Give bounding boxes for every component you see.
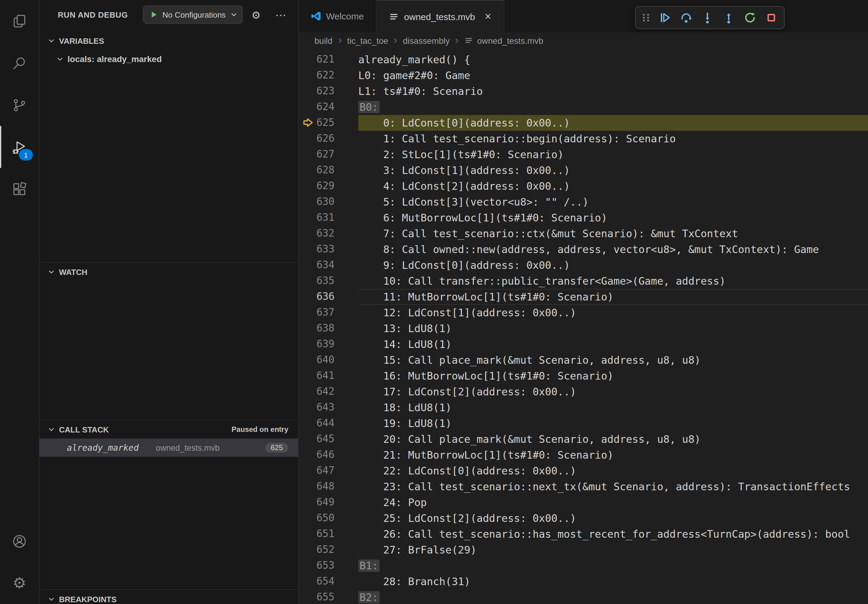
step-over-button[interactable] (676, 9, 696, 27)
code-line-630[interactable]: 630 5: LdConst[3](vector<u8>: "" /..) (299, 194, 868, 210)
section-header-variables[interactable]: VARIABLES (40, 32, 298, 50)
section-header-call-stack[interactable]: CALL STACK Paused on entry (40, 420, 298, 438)
activity-item-explorer[interactable] (0, 0, 39, 42)
code-line-633[interactable]: 633 8: Call owned::new(address, address,… (299, 242, 868, 257)
breadcrumb-item[interactable]: tic_tac_toe (347, 36, 388, 45)
line-number[interactable]: 645 (316, 431, 335, 447)
line-number[interactable]: 643 (316, 400, 335, 415)
line-number[interactable]: 624 (316, 99, 335, 115)
code-line-629[interactable]: 629 4: LdConst[2](address: 0x00..) (299, 178, 868, 194)
line-number[interactable]: 635 (316, 273, 335, 289)
code-line-646[interactable]: 646 21: MutBorrowLoc[1](ts#1#0: Scenario… (299, 447, 868, 463)
code-line-653[interactable]: 653B1: (299, 558, 868, 574)
code-line-636[interactable]: 636 11: MutBorrowLoc[1](ts#1#0: Scenario… (299, 289, 868, 305)
activity-item-source-control[interactable] (0, 84, 39, 126)
code-line-626[interactable]: 626 1: Call test_scenario::begin(address… (299, 131, 868, 147)
line-number[interactable]: 649 (316, 494, 335, 510)
tab-owned-tests[interactable]: owned_tests.mvb × (377, 0, 504, 32)
code-line-640[interactable]: 640 15: Call place_mark(&mut Scenario, a… (299, 352, 868, 368)
code-line-624[interactable]: 624B0: (299, 99, 868, 115)
call-stack-frame[interactable]: already_marked owned_tests.mvb 625 (40, 438, 298, 457)
code-line-642[interactable]: 642 17: LdConst[2](address: 0x00..) (299, 384, 868, 400)
line-number[interactable]: 623 (316, 83, 335, 99)
code-line-628[interactable]: 628 3: LdConst[1](address: 0x00..) (299, 163, 868, 178)
continue-button[interactable] (654, 9, 674, 27)
line-number[interactable]: 637 (316, 305, 335, 321)
line-number[interactable]: 638 (316, 321, 335, 336)
line-number[interactable]: 622 (316, 68, 335, 83)
line-number[interactable]: 651 (316, 526, 335, 542)
line-number[interactable]: 652 (316, 542, 335, 558)
code-line-647[interactable]: 647 22: LdConst[0](address: 0x00..) (299, 463, 868, 479)
code-line-634[interactable]: 634 9: LdConst[0](address: 0x00..) (299, 257, 868, 273)
breadcrumb-item[interactable]: build (315, 36, 332, 45)
line-number[interactable]: 644 (316, 415, 335, 431)
code-line-643[interactable]: 643 18: LdU8(1) (299, 400, 868, 415)
line-number[interactable]: 636 (316, 289, 335, 305)
stop-button[interactable] (761, 9, 781, 27)
section-header-breakpoints[interactable]: BREAKPOINTS (40, 590, 298, 604)
line-number[interactable]: 626 (316, 131, 335, 147)
line-number[interactable]: 653 (316, 558, 335, 574)
code-line-637[interactable]: 637 12: LdConst[1](address: 0x00..) (299, 305, 868, 321)
tab-welcome[interactable]: Welcome (299, 0, 377, 32)
more-actions-icon[interactable]: ⋯ (273, 7, 289, 23)
variables-scope-row[interactable]: locals: already_marked (40, 50, 298, 68)
activity-item-accounts[interactable] (0, 520, 39, 562)
line-number[interactable]: 642 (316, 384, 335, 400)
line-number[interactable]: 648 (316, 479, 335, 494)
code-line-631[interactable]: 631 6: MutBorrowLoc[1](ts#1#0: Scenario) (299, 210, 868, 226)
line-number[interactable]: 655 (316, 589, 335, 604)
line-number[interactable]: 627 (316, 147, 335, 163)
activity-item-settings[interactable]: ⚙ (0, 562, 39, 604)
code-line-644[interactable]: 644 19: LdU8(1) (299, 415, 868, 431)
line-number[interactable]: 640 (316, 352, 335, 368)
code-line-645[interactable]: 645 20: Call place_mark(&mut Scenario, a… (299, 431, 868, 447)
line-number[interactable]: 634 (316, 257, 335, 273)
code-line-622[interactable]: 622L0: game#2#0: Game (299, 68, 868, 83)
code-line-655[interactable]: 655B2: (299, 589, 868, 604)
line-number[interactable]: 632 (316, 226, 335, 242)
code-line-625[interactable]: 625 0: LdConst[0](address: 0x00..) (299, 115, 868, 131)
step-out-button[interactable] (718, 9, 738, 27)
breadcrumb-item-file[interactable]: owned_tests.mvb (464, 36, 544, 45)
line-number[interactable]: 654 (316, 574, 335, 589)
line-number[interactable]: 650 (316, 510, 335, 526)
code-line-639[interactable]: 639 14: LdU8(1) (299, 336, 868, 352)
activity-item-run-and-debug[interactable]: 1 (0, 126, 39, 168)
close-icon[interactable]: × (485, 11, 491, 22)
restart-button[interactable] (740, 9, 760, 27)
line-number[interactable]: 630 (316, 194, 335, 210)
code-line-641[interactable]: 641 16: MutBorrowLoc[1](ts#1#0: Scenario… (299, 368, 868, 384)
section-header-watch[interactable]: WATCH (40, 263, 298, 281)
code-line-652[interactable]: 652 27: BrFalse(29) (299, 542, 868, 558)
step-into-button[interactable] (697, 9, 717, 27)
code-line-648[interactable]: 648 23: Call test_scenario::next_tx(&mut… (299, 479, 868, 494)
debug-gear-icon[interactable]: ⚙ (248, 7, 264, 23)
activity-item-extensions[interactable] (0, 168, 39, 210)
code-line-649[interactable]: 649 24: Pop (299, 494, 868, 510)
line-number[interactable]: 631 (316, 210, 335, 226)
line-number[interactable]: 628 (316, 163, 335, 178)
code-line-638[interactable]: 638 13: LdU8(1) (299, 321, 868, 336)
line-number[interactable]: 641 (316, 368, 335, 384)
code-line-654[interactable]: 654 28: Branch(31) (299, 574, 868, 589)
breadcrumb-item[interactable]: disassembly (403, 36, 450, 45)
line-number[interactable]: 647 (316, 463, 335, 479)
code-line-632[interactable]: 632 7: Call test_scenario::ctx(&mut Scen… (299, 226, 868, 242)
activity-item-search[interactable] (0, 42, 39, 84)
code-line-627[interactable]: 627 2: StLoc[1](ts#1#0: Scenario) (299, 147, 868, 163)
line-number[interactable]: 621 (316, 52, 335, 68)
debug-toolbar-drag-handle[interactable] (639, 9, 653, 27)
code-line-621[interactable]: 621already_marked() { (299, 52, 868, 68)
code-line-623[interactable]: 623L1: ts#1#0: Scenario (299, 83, 868, 99)
code-line-650[interactable]: 650 25: LdConst[2](address: 0x00..) (299, 510, 868, 526)
line-number[interactable]: 629 (316, 178, 335, 194)
code-line-635[interactable]: 635 10: Call transfer::public_transfer<G… (299, 273, 868, 289)
debug-config-dropdown[interactable]: No Configurations (143, 5, 243, 24)
line-number[interactable]: 625 (316, 115, 335, 131)
code-line-651[interactable]: 651 26: Call test_scenario::has_most_rec… (299, 526, 868, 542)
line-number[interactable]: 639 (316, 336, 335, 352)
line-number[interactable]: 646 (316, 447, 335, 463)
line-number[interactable]: 633 (316, 242, 335, 257)
